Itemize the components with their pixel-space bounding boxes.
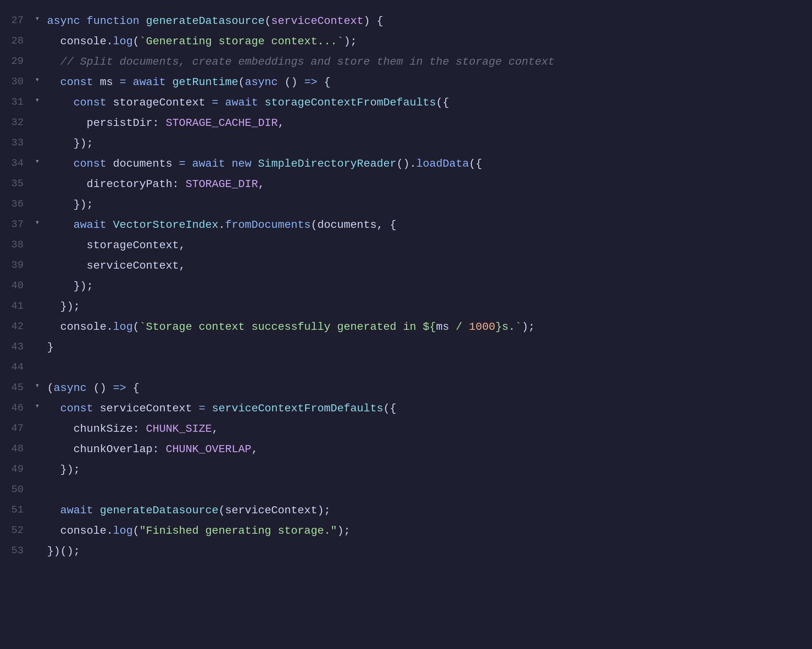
code-content-31: const storageContext = await storageCont… bbox=[43, 94, 812, 112]
fold-47 bbox=[31, 420, 43, 433]
code-line-46: 46 ▾ const serviceContext = serviceConte… bbox=[0, 399, 812, 420]
code-line-49: 49 }); bbox=[0, 460, 812, 481]
code-content-43: } bbox=[43, 339, 812, 356]
code-line-50: 50 bbox=[0, 481, 812, 501]
fold-48 bbox=[31, 441, 43, 453]
fold-34[interactable]: ▾ bbox=[31, 155, 43, 168]
code-content-38: storageContext, bbox=[43, 237, 812, 255]
fold-32 bbox=[31, 115, 43, 127]
code-content-52: console.log("Finished generating storage… bbox=[43, 522, 812, 540]
code-content-37: await VectorStoreIndex.fromDocuments(doc… bbox=[43, 216, 812, 234]
line-number-41: 41 bbox=[0, 298, 31, 315]
fold-49 bbox=[31, 461, 43, 474]
code-line-34: 34 ▾ const documents = await new SimpleD… bbox=[0, 155, 812, 175]
line-number-43: 43 bbox=[0, 339, 31, 355]
fold-50 bbox=[31, 482, 43, 494]
code-line-52: 52 console.log("Finished generating stor… bbox=[0, 522, 812, 542]
code-content-28: console.log(`Generating storage context.… bbox=[43, 33, 812, 51]
line-number-37: 37 bbox=[0, 216, 31, 233]
fold-39 bbox=[31, 257, 43, 270]
line-number-32: 32 bbox=[0, 115, 31, 131]
code-content-30: const ms = await getRuntime(async () => … bbox=[43, 74, 812, 91]
line-number-48: 48 bbox=[0, 441, 31, 457]
code-content-47: chunkSize: CHUNK_SIZE, bbox=[43, 420, 812, 438]
code-line-28: 28 console.log(`Generating storage conte… bbox=[0, 32, 812, 53]
fold-27[interactable]: ▾ bbox=[31, 13, 43, 25]
fold-45[interactable]: ▾ bbox=[31, 380, 43, 392]
code-content-34: const documents = await new SimpleDirect… bbox=[43, 155, 812, 173]
line-number-39: 39 bbox=[0, 257, 31, 274]
fold-37[interactable]: ▾ bbox=[31, 216, 43, 229]
fold-44 bbox=[31, 359, 43, 372]
code-line-41: 41 }); bbox=[0, 297, 812, 318]
line-number-53: 53 bbox=[0, 543, 31, 559]
line-number-51: 51 bbox=[0, 502, 31, 518]
fold-51 bbox=[31, 502, 43, 514]
fold-46[interactable]: ▾ bbox=[31, 400, 43, 413]
code-content-42: console.log(`Storage context successfull… bbox=[43, 318, 812, 336]
fold-38 bbox=[31, 237, 43, 249]
code-line-33: 33 }); bbox=[0, 134, 812, 155]
code-line-38: 38 storageContext, bbox=[0, 236, 812, 256]
code-content-48: chunkOverlap: CHUNK_OVERLAP, bbox=[43, 441, 812, 458]
code-content-39: serviceContext, bbox=[43, 257, 812, 275]
fold-42 bbox=[31, 318, 43, 331]
fold-30[interactable]: ▾ bbox=[31, 74, 43, 86]
code-line-40: 40 }); bbox=[0, 277, 812, 297]
line-number-28: 28 bbox=[0, 33, 31, 49]
line-number-46: 46 bbox=[0, 400, 31, 416]
code-line-32: 32 persistDir: STORAGE_CACHE_DIR, bbox=[0, 114, 812, 134]
code-line-48: 48 chunkOverlap: CHUNK_OVERLAP, bbox=[0, 440, 812, 460]
fold-41 bbox=[31, 298, 43, 311]
code-line-31: 31 ▾ const storageContext = await storag… bbox=[0, 93, 812, 114]
code-line-44: 44 bbox=[0, 358, 812, 379]
line-number-50: 50 bbox=[0, 482, 31, 498]
line-number-40: 40 bbox=[0, 278, 31, 294]
line-number-34: 34 bbox=[0, 155, 31, 172]
code-content-35: directoryPath: STORAGE_DIR, bbox=[43, 176, 812, 193]
line-number-44: 44 bbox=[0, 359, 31, 376]
code-content-49: }); bbox=[43, 461, 812, 479]
code-line-42: 42 console.log(`Storage context successf… bbox=[0, 318, 812, 338]
code-line-36: 36 }); bbox=[0, 195, 812, 216]
fold-43 bbox=[31, 339, 43, 351]
code-content-51: await generateDatasource(serviceContext)… bbox=[43, 502, 812, 520]
code-content-40: }); bbox=[43, 278, 812, 295]
code-content-46: const serviceContext = serviceContextFro… bbox=[43, 400, 812, 418]
line-number-45: 45 bbox=[0, 380, 31, 396]
code-content-53: })(); bbox=[43, 543, 812, 560]
line-number-49: 49 bbox=[0, 461, 31, 478]
line-number-29: 29 bbox=[0, 53, 31, 70]
fold-35 bbox=[31, 176, 43, 188]
line-number-31: 31 bbox=[0, 94, 31, 111]
code-line-39: 39 serviceContext, bbox=[0, 256, 812, 277]
code-content-29: // Split documents, create embeddings an… bbox=[43, 53, 812, 71]
code-content-36: }); bbox=[43, 196, 812, 214]
fold-31[interactable]: ▾ bbox=[31, 94, 43, 107]
code-line-37: 37 ▾ await VectorStoreIndex.fromDocument… bbox=[0, 216, 812, 236]
code-content-45: (async () => { bbox=[43, 380, 812, 397]
fold-53 bbox=[31, 543, 43, 555]
code-line-29: 29 // Split documents, create embeddings… bbox=[0, 53, 812, 73]
code-line-27: 27 ▾ async function generateDatasource(s… bbox=[0, 12, 812, 32]
line-number-42: 42 bbox=[0, 318, 31, 335]
line-number-38: 38 bbox=[0, 237, 31, 253]
code-content-33: }); bbox=[43, 135, 812, 153]
line-number-35: 35 bbox=[0, 176, 31, 192]
line-number-33: 33 bbox=[0, 135, 31, 151]
code-content-44 bbox=[43, 359, 812, 377]
code-content-50 bbox=[43, 482, 812, 499]
code-line-47: 47 chunkSize: CHUNK_SIZE, bbox=[0, 420, 812, 440]
code-line-43: 43 } bbox=[0, 338, 812, 358]
fold-52 bbox=[31, 522, 43, 535]
code-line-35: 35 directoryPath: STORAGE_DIR, bbox=[0, 175, 812, 195]
line-number-30: 30 bbox=[0, 74, 31, 90]
line-number-47: 47 bbox=[0, 420, 31, 437]
code-line-53: 53 })(); bbox=[0, 542, 812, 562]
code-line-30: 30 ▾ const ms = await getRuntime(async (… bbox=[0, 73, 812, 93]
fold-28 bbox=[31, 33, 43, 45]
line-number-52: 52 bbox=[0, 522, 31, 539]
line-number-27: 27 bbox=[0, 13, 31, 29]
code-editor: 27 ▾ async function generateDatasource(s… bbox=[0, 8, 812, 649]
fold-36 bbox=[31, 196, 43, 209]
